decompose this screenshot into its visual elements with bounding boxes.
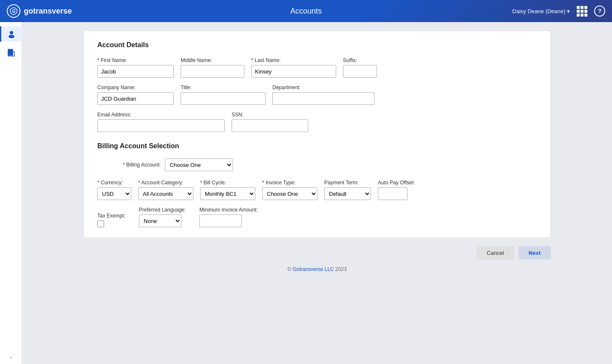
billing-account-select[interactable]: Choose One <box>165 158 233 171</box>
billing-account-row: * Billing Account: Choose One <box>123 158 537 171</box>
billing-account-label: * Billing Account: <box>123 162 161 168</box>
title-input[interactable] <box>181 92 266 105</box>
payment-term-group: Payment Term: Default <box>324 180 371 200</box>
last-name-group: * Last Name: <box>251 57 336 78</box>
svg-point-3 <box>8 35 14 38</box>
payment-term-label: Payment Term: <box>324 180 371 186</box>
billing-section-title: Billing Account Selection <box>97 142 537 150</box>
logo-icon: G <box>7 4 20 18</box>
account-category-label: * Account Category: <box>138 180 193 186</box>
user-chevron-icon: ▾ <box>567 8 570 14</box>
company-name-label: Company Name: <box>97 85 174 90</box>
preferred-language-select[interactable]: None <box>139 214 181 227</box>
sidebar-item-docs[interactable] <box>3 45 19 60</box>
last-name-label: * Last Name: <box>251 57 336 63</box>
invoice-type-select[interactable]: Choose One <box>262 187 317 200</box>
company-name-input[interactable] <box>97 92 174 105</box>
company-row: Company Name: Title: Department: <box>97 85 537 105</box>
account-category-group: * Account Category: All Accounts <box>138 180 193 200</box>
header-right: Daisy Deane (Deane) ▾ ? <box>512 6 605 17</box>
layout: » Account Details * First Name: Middle N… <box>0 22 612 364</box>
header: G gotransverse Accounts Daisy Deane (Dea… <box>0 0 612 22</box>
billing-fields-row: * Currency: USD * Account Category: All … <box>97 180 537 200</box>
bill-cycle-group: * Bill Cycle: Monthly BC1 <box>200 180 255 200</box>
cancel-button[interactable]: Cancel <box>476 246 514 260</box>
middle-name-label: Middle Name: <box>181 57 244 63</box>
sidebar-item-accounts[interactable] <box>0 26 22 42</box>
first-name-input[interactable] <box>97 65 174 78</box>
ssn-group: SSN: <box>232 112 308 132</box>
tax-row: Tax Exempt: Preferred Language: None Min… <box>97 207 537 227</box>
currency-label: * Currency: <box>97 180 131 186</box>
logo-text: gotransverse <box>24 7 72 16</box>
bill-cycle-label: * Bill Cycle: <box>200 180 255 186</box>
account-details-card: Account Details * First Name: Middle Nam… <box>83 31 551 238</box>
title-group: Title: <box>181 85 266 105</box>
middle-name-group: Middle Name: <box>181 57 244 78</box>
sidebar-expand-button[interactable]: » <box>9 355 12 360</box>
footer-actions: Cancel Next <box>83 246 551 260</box>
payment-term-select[interactable]: Default <box>324 187 371 200</box>
auto-pay-offset-label: Auto Pay Offset: <box>378 180 415 186</box>
bill-cycle-select[interactable]: Monthly BC1 <box>200 187 255 200</box>
account-details-title: Account Details <box>97 41 537 49</box>
min-invoice-input[interactable] <box>199 214 242 227</box>
invoice-type-group: * Invoice Type: Choose One <box>262 180 317 200</box>
preferred-language-group: Preferred Language: None <box>139 207 186 227</box>
first-name-label: * First Name: <box>97 57 174 63</box>
main-content: Account Details * First Name: Middle Nam… <box>22 22 612 364</box>
page-title: Accounts <box>290 7 322 16</box>
email-input[interactable] <box>97 119 225 132</box>
footer-link[interactable]: Gotransverse LLC <box>292 266 334 272</box>
min-invoice-group: Minimum Invoice Amount: <box>199 207 258 227</box>
account-category-select[interactable]: All Accounts <box>138 187 193 200</box>
ssn-label: SSN: <box>232 112 308 118</box>
last-name-input[interactable] <box>251 65 336 78</box>
auto-pay-offset-input[interactable] <box>378 187 408 200</box>
svg-text:G: G <box>12 8 16 14</box>
logo[interactable]: G gotransverse <box>7 4 72 18</box>
company-name-group: Company Name: <box>97 85 174 105</box>
department-input[interactable] <box>272 92 374 105</box>
email-ssn-row: Email Address: SSN: <box>97 112 537 132</box>
tax-exempt-checkbox[interactable] <box>97 220 104 227</box>
suffix-input[interactable] <box>343 65 377 78</box>
next-button[interactable]: Next <box>518 246 551 260</box>
tax-exempt-group: Tax Exempt: <box>97 213 125 227</box>
email-label: Email Address: <box>97 112 225 118</box>
name-row: * First Name: Middle Name: * Last Name: … <box>97 57 537 78</box>
currency-group: * Currency: USD <box>97 180 131 200</box>
preferred-language-label: Preferred Language: <box>139 207 186 213</box>
apps-grid-icon[interactable] <box>577 6 587 17</box>
billing-section: Billing Account Selection * Billing Acco… <box>97 142 537 227</box>
middle-name-input[interactable] <box>181 65 244 78</box>
footer-year: 2023 <box>335 266 347 272</box>
suffix-group: Suffix: <box>343 57 377 78</box>
tax-exempt-label: Tax Exempt: <box>97 213 125 219</box>
invoice-type-label: * Invoice Type: <box>262 180 317 186</box>
page-footer: © Gotransverse LLC 2023 <box>287 266 347 272</box>
suffix-label: Suffix: <box>343 57 377 63</box>
svg-point-2 <box>10 31 13 34</box>
sidebar: » <box>0 22 22 364</box>
auto-pay-offset-group: Auto Pay Offset: <box>378 180 415 200</box>
first-name-group: * First Name: <box>97 57 174 78</box>
user-name: Daisy Deane (Deane) <box>512 8 565 14</box>
help-icon[interactable]: ? <box>594 6 605 17</box>
title-label: Title: <box>181 85 266 90</box>
ssn-input[interactable] <box>232 119 308 132</box>
department-label: Department: <box>272 85 374 90</box>
user-menu[interactable]: Daisy Deane (Deane) ▾ <box>512 8 570 14</box>
min-invoice-label: Minimum Invoice Amount: <box>199 207 258 213</box>
email-group: Email Address: <box>97 112 225 132</box>
department-group: Department: <box>272 85 374 105</box>
currency-select[interactable]: USD <box>97 187 131 200</box>
